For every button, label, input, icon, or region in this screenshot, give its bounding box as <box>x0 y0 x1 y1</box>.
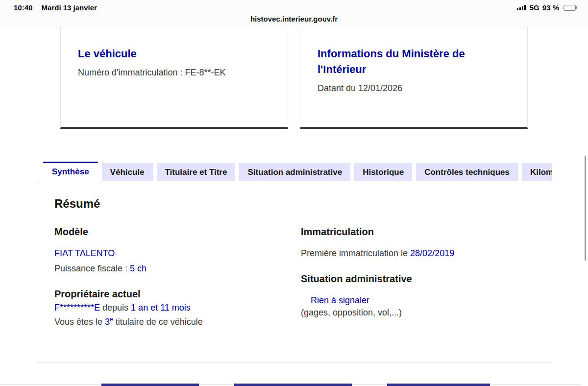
admin-situation-heading: Situation administrative <box>301 273 531 285</box>
summary-left-column: Modèle FIAT TALENTO Puissance fiscale : … <box>54 226 285 327</box>
tab-synthese[interactable]: Synthèse <box>43 162 98 181</box>
owner-since-label: depuis <box>100 303 131 313</box>
tab-titulaire-et-titre[interactable]: Titulaire et Titre <box>157 163 236 181</box>
bottom-peek-button-3[interactable] <box>387 384 490 386</box>
vehicle-card: Le véhicule Numéro d'immatriculation : F… <box>60 27 288 129</box>
vertical-scrollbar[interactable] <box>585 156 586 261</box>
first-registration-label: Première immatriculation le <box>301 248 410 258</box>
date-label: Mardi 13 janvier <box>42 3 97 12</box>
fiscal-power-line: Puissance fiscale : 5 ch <box>54 264 285 274</box>
first-registration-line: Première immatriculation le 28/02/2019 <box>301 248 531 259</box>
clock: 10:40 <box>14 3 32 12</box>
tab-bar: Synthèse Véhicule Titulaire et Titre Sit… <box>37 162 552 181</box>
cellular-signal-icon <box>517 5 526 10</box>
tab-controles-techniques[interactable]: Contrôles techniques <box>416 163 518 181</box>
browser-topbar: 10:40 Mardi 13 janvier 5G 93 % histovec.… <box>0 0 588 27</box>
url-address-bar[interactable]: histovec.interieur.gouv.fr <box>0 15 588 23</box>
admin-situation-note: (gages, opposition, vol,...) <box>301 308 531 318</box>
summary-right-column: Immatriculation Première immatriculation… <box>301 226 531 318</box>
status-bar-right: 5G 93 % <box>517 3 577 12</box>
holder-rank: 3 <box>105 317 110 327</box>
fiscal-power-label: Puissance fiscale : <box>54 264 130 273</box>
model-value: FIAT TALENTO <box>54 248 285 259</box>
holder-suffix: titulaire de ce véhicule <box>113 317 203 327</box>
bottom-peek-button-1[interactable] <box>101 384 199 386</box>
ministry-card-title: Informations du Ministère de l'Intérieur <box>318 46 504 77</box>
ministry-info-card: Informations du Ministère de l'Intérieur… <box>300 27 528 129</box>
tab-situation-administrative[interactable]: Situation administrative <box>239 163 350 181</box>
tab-historique[interactable]: Historique <box>354 163 412 181</box>
first-registration-date: 28/02/2019 <box>410 248 454 258</box>
model-heading: Modèle <box>54 226 285 238</box>
vehicle-card-registration: Numéro d'immatriculation : FE-8**-EK <box>78 68 270 78</box>
ministry-card-date: Datant du 12/01/2026 <box>318 83 510 94</box>
fiscal-power-value: 5 ch <box>130 264 147 273</box>
admin-situation-status: Rien à signaler <box>311 295 531 306</box>
status-bar-left: 10:40 Mardi 13 janvier <box>14 3 97 12</box>
holder-prefix: Vous êtes le <box>54 317 105 327</box>
page: 10:40 Mardi 13 janvier 5G 93 % histovec.… <box>0 0 588 386</box>
owner-since-value: 1 an et 11 mois <box>131 303 191 313</box>
vehicle-card-title: Le véhicule <box>78 46 264 62</box>
holder-rank-line: Vous êtes le 3e titulaire de ce véhicule <box>54 316 285 327</box>
owner-line: F**********E depuis 1 an et 11 mois <box>54 303 285 313</box>
tab-kilometrage[interactable]: Kilométrage <box>522 163 552 181</box>
battery-percent-label: 93 % <box>542 3 559 12</box>
owner-masked-name: F**********E <box>54 303 100 313</box>
panel-title: Résumé <box>54 197 552 211</box>
current-owner-heading: Propriétaire actuel <box>54 289 285 300</box>
bottom-peek-button-2[interactable] <box>234 384 352 386</box>
battery-icon <box>564 5 577 11</box>
network-type-label: 5G <box>530 3 539 12</box>
synthese-panel: Résumé Modèle FIAT TALENTO Puissance fis… <box>37 181 552 363</box>
tab-vehicule[interactable]: Véhicule <box>102 163 153 181</box>
registration-heading: Immatriculation <box>301 226 531 238</box>
holder-rank-ordinal: e <box>110 316 113 323</box>
